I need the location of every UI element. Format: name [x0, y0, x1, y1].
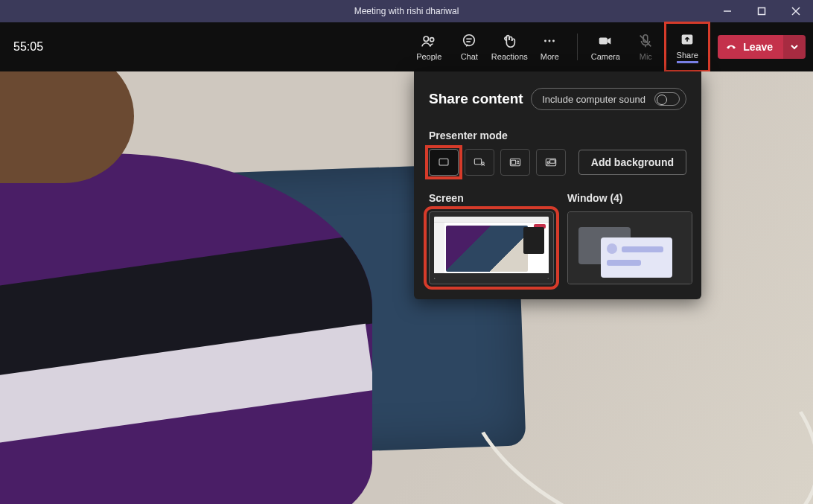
camera-label: Camera — [591, 52, 620, 61]
leave-label: Leave — [743, 41, 773, 53]
chat-button[interactable]: Chat — [449, 26, 489, 68]
toolbar-separator — [577, 34, 578, 60]
video-person — [0, 71, 387, 504]
camera-button[interactable]: Camera — [585, 26, 625, 68]
chevron-down-icon — [790, 42, 799, 51]
screen-thumbnail — [434, 217, 549, 279]
share-button-wrap: Share — [666, 23, 709, 71]
more-label: More — [541, 52, 559, 61]
svg-rect-17 — [439, 159, 448, 165]
add-background-button[interactable]: Add background — [578, 150, 686, 175]
hangup-icon — [725, 41, 737, 53]
window-section-label: Window (4) — [567, 192, 692, 204]
windows-icon — [568, 212, 692, 284]
mic-label: Mic — [640, 52, 652, 61]
svg-point-4 — [424, 36, 428, 41]
share-button[interactable]: Share — [667, 26, 707, 68]
presenter-mode-side-by-side[interactable] — [500, 149, 530, 176]
svg-point-25 — [547, 162, 549, 163]
svg-rect-21 — [511, 160, 516, 164]
svg-rect-12 — [599, 37, 608, 44]
include-sound-label: Include computer sound — [542, 94, 645, 105]
leave-button[interactable]: Leave — [718, 35, 783, 59]
people-label: People — [416, 52, 441, 61]
svg-point-6 — [464, 35, 475, 46]
screen-section-label: Screen — [429, 192, 554, 204]
svg-rect-24 — [550, 160, 555, 164]
window-share-option[interactable] — [567, 211, 692, 284]
camera-icon — [597, 33, 613, 49]
presenter-mode-content-only[interactable] — [429, 149, 459, 176]
svg-point-11 — [552, 40, 555, 42]
reactions-icon — [501, 33, 517, 49]
reactions-label: Reactions — [491, 52, 528, 61]
presenter-mode-reporter[interactable] — [536, 149, 566, 176]
share-icon — [679, 31, 695, 48]
share-label: Share — [677, 51, 698, 63]
close-button[interactable] — [779, 0, 813, 22]
svg-rect-18 — [474, 159, 481, 164]
leave-options-button[interactable] — [783, 35, 806, 59]
share-content-panel: Share content Include computer sound Pre… — [414, 71, 701, 299]
mic-muted-icon — [637, 33, 654, 49]
chat-icon — [461, 33, 477, 49]
leave-group: Leave — [718, 35, 806, 59]
titlebar: Meeting with rishi dhariwal — [0, 0, 813, 22]
meeting-toolbar: 55:05 People Chat Reactions More — [0, 22, 813, 71]
mic-button[interactable]: Mic — [625, 26, 666, 68]
presenter-mode-label: Presenter mode — [429, 130, 686, 141]
people-button[interactable]: People — [409, 26, 449, 68]
window-controls — [710, 0, 813, 22]
window-title: Meeting with rishi dhariwal — [354, 6, 459, 16]
presenter-mode-row: Add background — [429, 149, 686, 176]
svg-point-22 — [517, 161, 519, 162]
call-timer: 55:05 — [7, 40, 43, 54]
presenter-mode-standout[interactable] — [465, 149, 494, 176]
more-button[interactable]: More — [529, 26, 570, 68]
minimize-button[interactable] — [710, 0, 745, 22]
reactions-button[interactable]: Reactions — [489, 26, 529, 68]
chat-label: Chat — [461, 52, 478, 61]
include-sound-toggle[interactable]: Include computer sound — [531, 88, 686, 110]
toggle-switch — [654, 92, 680, 106]
people-icon — [421, 33, 437, 49]
svg-rect-1 — [759, 8, 765, 15]
svg-point-10 — [549, 40, 551, 42]
svg-point-9 — [544, 40, 546, 42]
more-icon — [541, 33, 558, 49]
maximize-button[interactable] — [745, 0, 779, 22]
screen-share-option[interactable] — [429, 211, 554, 284]
svg-point-5 — [430, 38, 434, 42]
share-panel-title: Share content — [429, 91, 523, 107]
